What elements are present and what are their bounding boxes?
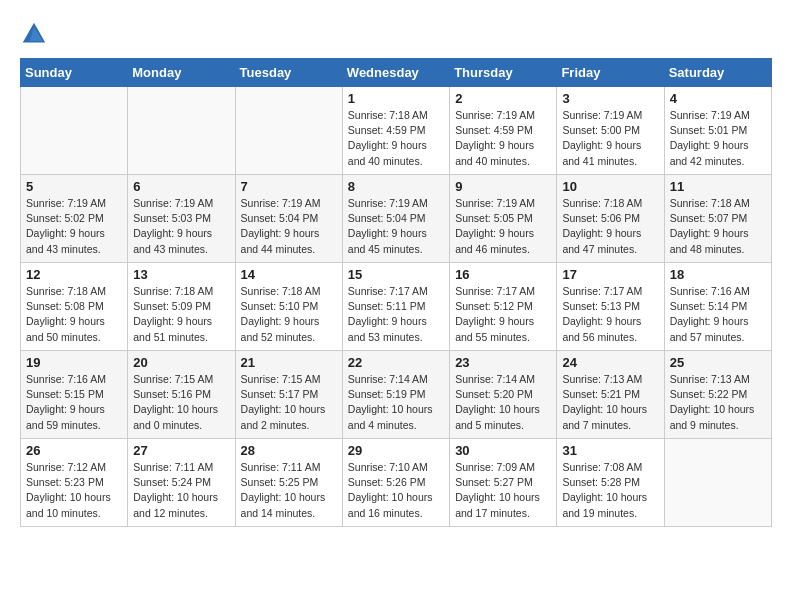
day-info: Sunrise: 7:14 AMSunset: 5:19 PMDaylight:… xyxy=(348,372,444,433)
calendar-day-cell xyxy=(128,87,235,175)
day-number: 2 xyxy=(455,91,551,106)
day-info: Sunrise: 7:15 AMSunset: 5:16 PMDaylight:… xyxy=(133,372,229,433)
day-info: Sunrise: 7:18 AMSunset: 5:09 PMDaylight:… xyxy=(133,284,229,345)
calendar-day-cell: 21Sunrise: 7:15 AMSunset: 5:17 PMDayligh… xyxy=(235,351,342,439)
calendar-week-row: 26Sunrise: 7:12 AMSunset: 5:23 PMDayligh… xyxy=(21,439,772,527)
day-info: Sunrise: 7:16 AMSunset: 5:14 PMDaylight:… xyxy=(670,284,766,345)
calendar-week-row: 5Sunrise: 7:19 AMSunset: 5:02 PMDaylight… xyxy=(21,175,772,263)
day-number: 26 xyxy=(26,443,122,458)
day-number: 27 xyxy=(133,443,229,458)
day-number: 25 xyxy=(670,355,766,370)
day-info: Sunrise: 7:19 AMSunset: 5:01 PMDaylight:… xyxy=(670,108,766,169)
calendar-day-cell: 27Sunrise: 7:11 AMSunset: 5:24 PMDayligh… xyxy=(128,439,235,527)
calendar-day-cell: 29Sunrise: 7:10 AMSunset: 5:26 PMDayligh… xyxy=(342,439,449,527)
calendar-day-cell: 19Sunrise: 7:16 AMSunset: 5:15 PMDayligh… xyxy=(21,351,128,439)
day-info: Sunrise: 7:19 AMSunset: 5:05 PMDaylight:… xyxy=(455,196,551,257)
calendar-day-cell: 31Sunrise: 7:08 AMSunset: 5:28 PMDayligh… xyxy=(557,439,664,527)
calendar-day-cell: 26Sunrise: 7:12 AMSunset: 5:23 PMDayligh… xyxy=(21,439,128,527)
day-info: Sunrise: 7:17 AMSunset: 5:11 PMDaylight:… xyxy=(348,284,444,345)
day-info: Sunrise: 7:19 AMSunset: 5:04 PMDaylight:… xyxy=(241,196,337,257)
day-number: 12 xyxy=(26,267,122,282)
day-info: Sunrise: 7:12 AMSunset: 5:23 PMDaylight:… xyxy=(26,460,122,521)
day-number: 3 xyxy=(562,91,658,106)
page-header xyxy=(20,20,772,48)
day-info: Sunrise: 7:16 AMSunset: 5:15 PMDaylight:… xyxy=(26,372,122,433)
day-number: 31 xyxy=(562,443,658,458)
calendar-day-cell: 28Sunrise: 7:11 AMSunset: 5:25 PMDayligh… xyxy=(235,439,342,527)
day-number: 30 xyxy=(455,443,551,458)
day-number: 28 xyxy=(241,443,337,458)
calendar-day-cell: 8Sunrise: 7:19 AMSunset: 5:04 PMDaylight… xyxy=(342,175,449,263)
day-number: 19 xyxy=(26,355,122,370)
day-info: Sunrise: 7:19 AMSunset: 5:03 PMDaylight:… xyxy=(133,196,229,257)
day-info: Sunrise: 7:15 AMSunset: 5:17 PMDaylight:… xyxy=(241,372,337,433)
calendar-day-cell: 13Sunrise: 7:18 AMSunset: 5:09 PMDayligh… xyxy=(128,263,235,351)
day-number: 7 xyxy=(241,179,337,194)
day-info: Sunrise: 7:13 AMSunset: 5:22 PMDaylight:… xyxy=(670,372,766,433)
calendar-day-cell: 15Sunrise: 7:17 AMSunset: 5:11 PMDayligh… xyxy=(342,263,449,351)
day-number: 23 xyxy=(455,355,551,370)
day-number: 15 xyxy=(348,267,444,282)
weekday-header-row: SundayMondayTuesdayWednesdayThursdayFrid… xyxy=(21,59,772,87)
calendar-day-cell: 23Sunrise: 7:14 AMSunset: 5:20 PMDayligh… xyxy=(450,351,557,439)
day-info: Sunrise: 7:18 AMSunset: 5:06 PMDaylight:… xyxy=(562,196,658,257)
calendar-day-cell: 3Sunrise: 7:19 AMSunset: 5:00 PMDaylight… xyxy=(557,87,664,175)
day-number: 1 xyxy=(348,91,444,106)
day-info: Sunrise: 7:11 AMSunset: 5:24 PMDaylight:… xyxy=(133,460,229,521)
logo xyxy=(20,20,52,48)
day-number: 24 xyxy=(562,355,658,370)
day-number: 16 xyxy=(455,267,551,282)
calendar-week-row: 12Sunrise: 7:18 AMSunset: 5:08 PMDayligh… xyxy=(21,263,772,351)
weekday-header: Friday xyxy=(557,59,664,87)
day-info: Sunrise: 7:19 AMSunset: 5:04 PMDaylight:… xyxy=(348,196,444,257)
calendar-day-cell: 6Sunrise: 7:19 AMSunset: 5:03 PMDaylight… xyxy=(128,175,235,263)
day-info: Sunrise: 7:10 AMSunset: 5:26 PMDaylight:… xyxy=(348,460,444,521)
calendar-day-cell: 30Sunrise: 7:09 AMSunset: 5:27 PMDayligh… xyxy=(450,439,557,527)
calendar-day-cell: 17Sunrise: 7:17 AMSunset: 5:13 PMDayligh… xyxy=(557,263,664,351)
day-info: Sunrise: 7:11 AMSunset: 5:25 PMDaylight:… xyxy=(241,460,337,521)
weekday-header: Thursday xyxy=(450,59,557,87)
day-number: 8 xyxy=(348,179,444,194)
weekday-header: Tuesday xyxy=(235,59,342,87)
day-number: 10 xyxy=(562,179,658,194)
calendar-day-cell: 11Sunrise: 7:18 AMSunset: 5:07 PMDayligh… xyxy=(664,175,771,263)
day-info: Sunrise: 7:18 AMSunset: 4:59 PMDaylight:… xyxy=(348,108,444,169)
calendar-day-cell: 9Sunrise: 7:19 AMSunset: 5:05 PMDaylight… xyxy=(450,175,557,263)
day-info: Sunrise: 7:19 AMSunset: 5:02 PMDaylight:… xyxy=(26,196,122,257)
calendar-day-cell: 1Sunrise: 7:18 AMSunset: 4:59 PMDaylight… xyxy=(342,87,449,175)
day-info: Sunrise: 7:17 AMSunset: 5:12 PMDaylight:… xyxy=(455,284,551,345)
day-number: 9 xyxy=(455,179,551,194)
weekday-header: Sunday xyxy=(21,59,128,87)
day-number: 21 xyxy=(241,355,337,370)
calendar-table: SundayMondayTuesdayWednesdayThursdayFrid… xyxy=(20,58,772,527)
day-number: 20 xyxy=(133,355,229,370)
weekday-header: Saturday xyxy=(664,59,771,87)
day-number: 6 xyxy=(133,179,229,194)
calendar-day-cell: 10Sunrise: 7:18 AMSunset: 5:06 PMDayligh… xyxy=(557,175,664,263)
calendar-day-cell: 14Sunrise: 7:18 AMSunset: 5:10 PMDayligh… xyxy=(235,263,342,351)
calendar-day-cell: 12Sunrise: 7:18 AMSunset: 5:08 PMDayligh… xyxy=(21,263,128,351)
day-number: 29 xyxy=(348,443,444,458)
calendar-week-row: 1Sunrise: 7:18 AMSunset: 4:59 PMDaylight… xyxy=(21,87,772,175)
day-info: Sunrise: 7:13 AMSunset: 5:21 PMDaylight:… xyxy=(562,372,658,433)
day-number: 5 xyxy=(26,179,122,194)
day-info: Sunrise: 7:14 AMSunset: 5:20 PMDaylight:… xyxy=(455,372,551,433)
calendar-day-cell: 24Sunrise: 7:13 AMSunset: 5:21 PMDayligh… xyxy=(557,351,664,439)
calendar-day-cell: 5Sunrise: 7:19 AMSunset: 5:02 PMDaylight… xyxy=(21,175,128,263)
day-number: 18 xyxy=(670,267,766,282)
day-number: 4 xyxy=(670,91,766,106)
day-info: Sunrise: 7:17 AMSunset: 5:13 PMDaylight:… xyxy=(562,284,658,345)
weekday-header: Wednesday xyxy=(342,59,449,87)
day-info: Sunrise: 7:08 AMSunset: 5:28 PMDaylight:… xyxy=(562,460,658,521)
calendar-day-cell: 4Sunrise: 7:19 AMSunset: 5:01 PMDaylight… xyxy=(664,87,771,175)
day-info: Sunrise: 7:19 AMSunset: 5:00 PMDaylight:… xyxy=(562,108,658,169)
calendar-day-cell: 7Sunrise: 7:19 AMSunset: 5:04 PMDaylight… xyxy=(235,175,342,263)
calendar-day-cell xyxy=(21,87,128,175)
day-info: Sunrise: 7:18 AMSunset: 5:08 PMDaylight:… xyxy=(26,284,122,345)
calendar-day-cell: 16Sunrise: 7:17 AMSunset: 5:12 PMDayligh… xyxy=(450,263,557,351)
calendar-day-cell xyxy=(235,87,342,175)
logo-icon xyxy=(20,20,48,48)
day-number: 17 xyxy=(562,267,658,282)
calendar-day-cell xyxy=(664,439,771,527)
calendar-day-cell: 22Sunrise: 7:14 AMSunset: 5:19 PMDayligh… xyxy=(342,351,449,439)
